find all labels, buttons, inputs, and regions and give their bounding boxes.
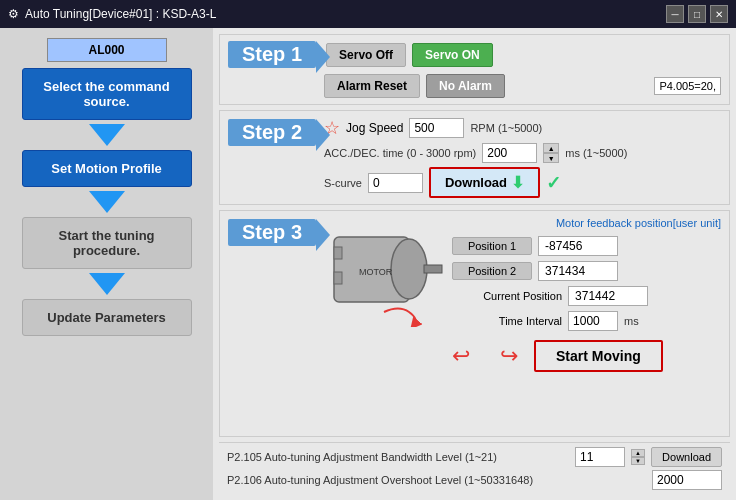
redo-button[interactable]: ↪ <box>500 343 518 369</box>
arrow-down-3 <box>89 273 125 295</box>
step2-download-button[interactable]: Download ⬇ <box>429 167 540 198</box>
sidebar-item-select-command[interactable]: Select the command source. <box>22 68 192 120</box>
step3-label: Step 3 <box>228 219 316 246</box>
al-badge: AL000 <box>47 38 167 62</box>
title-bar: ⚙ Auto Tuning[Device#01] : KSD-A3-L ─ □ … <box>0 0 736 28</box>
start-moving-button[interactable]: Start Moving <box>534 340 663 372</box>
title-bar-controls[interactable]: ─ □ ✕ <box>666 5 728 23</box>
position1-button[interactable]: Position 1 <box>452 237 532 255</box>
sidebar: AL000 Select the command source. Set Mot… <box>0 28 213 500</box>
bottom-row2-label: P2.106 Auto-tuning Adjustment Overshoot … <box>227 474 646 486</box>
bottom-row1-input[interactable] <box>575 447 625 467</box>
servo-on-button[interactable]: Servo ON <box>412 43 493 67</box>
step2-jog-row: ☆ Jog Speed RPM (1~5000) <box>324 117 627 139</box>
arrow-down-2 <box>89 191 125 213</box>
app-title: Auto Tuning[Device#01] : KSD-A3-L <box>25 7 216 21</box>
svg-point-1 <box>391 239 427 299</box>
accdec-spinner[interactable]: ▲ ▼ <box>543 143 559 163</box>
bandwidth-spinner-down[interactable]: ▼ <box>631 457 645 465</box>
scurve-label: S-curve <box>324 177 362 189</box>
servo-off-button[interactable]: Servo Off <box>326 43 406 67</box>
accdec-label: ACC./DEC. time (0 - 3000 rpm) <box>324 147 476 159</box>
time-interval-row: Time Interval ms <box>452 311 721 331</box>
bottom-bar: P2.105 Auto-tuning Adjustment Bandwidth … <box>219 442 730 494</box>
undo-button[interactable]: ↩ <box>452 343 470 369</box>
sidebar-item-update-params[interactable]: Update Parameters <box>22 299 192 336</box>
bottom-row1-label: P2.105 Auto-tuning Adjustment Bandwidth … <box>227 451 569 463</box>
no-alarm-button[interactable]: No Alarm <box>426 74 505 98</box>
svg-rect-4 <box>334 272 342 284</box>
title-bar-left: ⚙ Auto Tuning[Device#01] : KSD-A3-L <box>8 7 216 21</box>
step2-label: Step 2 <box>228 119 316 146</box>
time-interval-label: Time Interval <box>452 315 562 327</box>
step1-alarm-row: Alarm Reset No Alarm P4.005=20, <box>228 74 721 98</box>
bottom-row-1: P2.105 Auto-tuning Adjustment Bandwidth … <box>227 447 722 467</box>
position1-value: -87456 <box>538 236 618 256</box>
svg-rect-2 <box>424 265 442 273</box>
jog-speed-unit: RPM (1~5000) <box>470 122 542 134</box>
arrow-down-1 <box>89 124 125 146</box>
main-container: AL000 Select the command source. Set Mot… <box>0 28 736 500</box>
maximize-button[interactable]: □ <box>688 5 706 23</box>
accdec-unit: ms (1~5000) <box>565 147 627 159</box>
position2-value: 371434 <box>538 261 618 281</box>
step2-accdec-row: ACC./DEC. time (0 - 3000 rpm) ▲ ▼ ms (1~… <box>324 143 627 163</box>
position2-row: Position 2 371434 <box>452 261 721 281</box>
accdec-spinner-down[interactable]: ▼ <box>543 153 559 163</box>
motor-graphic: MOTOR <box>324 217 444 327</box>
current-position-row: Current Position 371442 <box>452 286 721 306</box>
time-interval-input[interactable] <box>568 311 618 331</box>
position2-button[interactable]: Position 2 <box>452 262 532 280</box>
current-position-value: 371442 <box>568 286 648 306</box>
p4-label: P4.005=20, <box>654 79 721 93</box>
close-button[interactable]: ✕ <box>710 5 728 23</box>
step3-right-panel: Motor feedback position[user unit] Posit… <box>452 217 721 372</box>
step2-content: ☆ Jog Speed RPM (1~5000) ACC./DEC. time … <box>324 117 627 198</box>
step2-download-label: Download <box>445 175 507 190</box>
alarm-reset-button[interactable]: Alarm Reset <box>324 74 420 98</box>
jog-speed-input[interactable] <box>409 118 464 138</box>
current-position-label: Current Position <box>452 290 562 302</box>
time-interval-unit: ms <box>624 315 639 327</box>
step1-header: Step 1 Servo Off Servo ON <box>228 41 721 68</box>
check-icon: ✓ <box>546 172 561 194</box>
motor-svg: MOTOR <box>324 217 444 327</box>
bottom-download-button[interactable]: Download <box>651 447 722 467</box>
step3-icons: ↩ ↪ <box>452 339 518 369</box>
step1-buttons: Servo Off Servo ON <box>326 43 493 67</box>
sidebar-item-start-tuning[interactable]: Start the tuning procedure. <box>22 217 192 269</box>
step1-label: Step 1 <box>228 41 316 68</box>
scurve-input[interactable] <box>368 173 423 193</box>
jog-speed-label: Jog Speed <box>346 121 403 135</box>
bottom-row-2: P2.106 Auto-tuning Adjustment Overshoot … <box>227 470 722 490</box>
accdec-spinner-up[interactable]: ▲ <box>543 143 559 153</box>
accdec-input[interactable] <box>482 143 537 163</box>
svg-text:MOTOR: MOTOR <box>359 267 393 277</box>
step1-section: Step 1 Servo Off Servo ON Alarm Reset No… <box>219 34 730 105</box>
bottom-row2-input[interactable] <box>652 470 722 490</box>
sidebar-item-set-motion[interactable]: Set Motion Profile <box>22 150 192 187</box>
step2-scurve-row: S-curve Download ⬇ ✓ <box>324 167 627 198</box>
position1-row: Position 1 -87456 <box>452 236 721 256</box>
download-arrow-icon: ⬇ <box>511 173 524 192</box>
minimize-button[interactable]: ─ <box>666 5 684 23</box>
app-icon: ⚙ <box>8 7 19 21</box>
bandwidth-spinner-up[interactable]: ▲ <box>631 449 645 457</box>
step3-section: Step 3 <box>219 210 730 437</box>
feedback-title: Motor feedback position[user unit] <box>452 217 721 229</box>
bandwidth-spinner[interactable]: ▲ ▼ <box>631 449 645 465</box>
step2-section: Step 2 ☆ Jog Speed RPM (1~5000) ACC./DEC… <box>219 110 730 205</box>
svg-rect-3 <box>334 247 342 259</box>
